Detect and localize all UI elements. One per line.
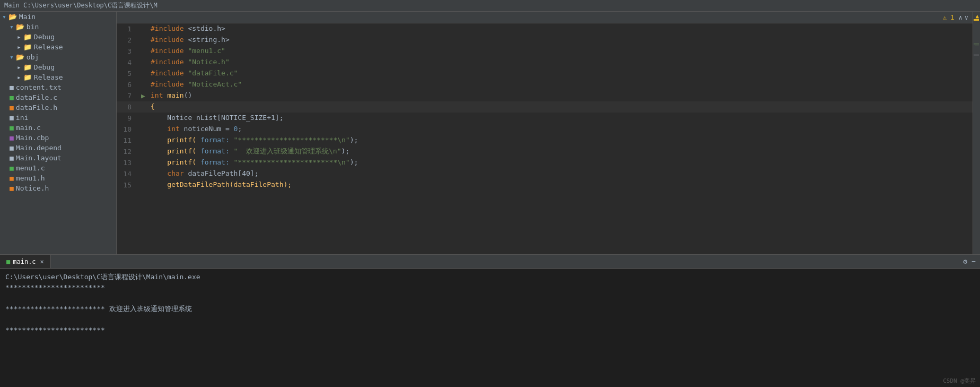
terminal-line (5, 314, 975, 325)
sidebar-item-main-c[interactable]: ■main.c (0, 123, 116, 133)
sidebar-item-dataFile-c[interactable]: ■dataFile.c (0, 92, 116, 102)
top-bar: Main C:\Users\user\Desktop\C语言课程设计\M (0, 0, 980, 12)
table-row: 1#include <stdio.h> (117, 23, 973, 35)
table-row: 5#include "dataFile.c" (117, 68, 973, 79)
sidebar-item-notice-h[interactable]: ■Notice.h (0, 183, 116, 193)
terminal-line: ************************ (5, 325, 975, 336)
bottom-tab-main-c[interactable]: ■ main.c × (0, 255, 51, 268)
bottom-pane: ■ main.c × ⚙ − C:\Users\user\Desktop\C语言… (0, 254, 980, 387)
sidebar-item-main-layout[interactable]: ■Main.layout (0, 153, 116, 163)
table-row: 9 Notice nList[NOTICE_SIZE+1]; (117, 113, 973, 124)
code-editor[interactable]: 1#include <stdio.h>2#include <string.h>3… (117, 23, 973, 254)
table-row: 14 char dataFilePath[40]; (117, 168, 973, 179)
sidebar-item-ini[interactable]: ■ini (0, 113, 116, 123)
terminal-line: C:\Users\user\Desktop\C语言课程设计\Main\main.… (5, 272, 975, 282)
warning-badge: ⚠ 1 (943, 14, 955, 21)
sidebar-item-debug-bin[interactable]: ▸📁Debug (0, 32, 116, 42)
table-row: 6#include "NoticeAct.c" (117, 79, 973, 90)
sidebar-item-release-bin[interactable]: ▸📁Release (0, 42, 116, 52)
right-margin: ▲ (973, 12, 980, 254)
sidebar: ▾📂Main▾📂bin▸📁Debug▸📁Release▾📂obj▸📁Debug▸… (0, 12, 117, 254)
table-row: 13 printf( format: "********************… (117, 157, 973, 168)
chevron-up-icon[interactable]: ∧ (959, 14, 962, 21)
tab-close-button[interactable]: × (40, 258, 44, 265)
chevron-down-icon[interactable]: ∨ (965, 14, 968, 21)
minimize-icon[interactable]: − (972, 257, 976, 265)
table-row: 11 printf( format: "********************… (117, 135, 973, 146)
terminal-line (5, 293, 975, 304)
top-bar-title: Main C:\Users\user\Desktop\C语言课程设计\M (4, 1, 158, 10)
sidebar-item-menu1-c[interactable]: ■menu1.c (0, 163, 116, 173)
main-layout: ▾📂Main▾📂bin▸📁Debug▸📁Release▾📂obj▸📁Debug▸… (0, 12, 980, 254)
table-row: 12 printf( format: " 欢迎进入班级通知管理系统\n"); (117, 146, 973, 157)
table-row: 15 getDataFilePath(dataFilePath); (117, 179, 973, 191)
sidebar-item-menu1-h[interactable]: ■menu1.h (0, 173, 116, 183)
terminal-line: ************************ (5, 282, 975, 293)
terminal-line: ************************ 欢迎进入班级通知管理系统 (5, 304, 975, 314)
sidebar-item-bin[interactable]: ▾📂bin (0, 22, 116, 32)
sidebar-item-dataFile-h[interactable]: ■dataFile.h (0, 102, 116, 113)
terminal-content: C:\Users\user\Desktop\C语言课程设计\Main\main.… (0, 269, 980, 387)
table-row: 8{ (117, 101, 973, 113)
sidebar-item-obj[interactable]: ▾📂obj (0, 52, 116, 62)
sidebar-item-content-txt[interactable]: ■content.txt (0, 82, 116, 92)
sidebar-item-main-cbp[interactable]: ■Main.cbp (0, 133, 116, 143)
table-row: 3#include "menu1.c" (117, 46, 973, 57)
sidebar-item-main-root[interactable]: ▾📂Main (0, 12, 116, 22)
sidebar-item-main-depend[interactable]: ■Main.depend (0, 143, 116, 153)
sidebar-item-debug-obj[interactable]: ▸📁Debug (0, 62, 116, 72)
bottom-tab-bar: ■ main.c × ⚙ − (0, 255, 980, 269)
table-row: 7▶int main() (117, 90, 973, 101)
bottom-tab-actions: ⚙ − (959, 255, 980, 268)
table-row: 10 int noticeNum = 0; (117, 124, 973, 135)
table-row: 2#include <string.h> (117, 35, 973, 46)
editor-toolbar: ⚠ 1 ∧ ∨ (117, 12, 973, 23)
settings-icon[interactable]: ⚙ (963, 257, 967, 265)
table-row: 4#include "Notice.h" (117, 57, 973, 68)
sidebar-item-release-obj[interactable]: ▸📁Release (0, 72, 116, 82)
file-icon-small: ■ (6, 258, 10, 265)
code-table: 1#include <stdio.h>2#include <string.h>3… (117, 23, 973, 191)
bottom-tab-label: main.c (13, 258, 36, 265)
editor-area: ⚠ 1 ∧ ∨ 1#include <stdio.h>2#include <st… (117, 12, 973, 254)
